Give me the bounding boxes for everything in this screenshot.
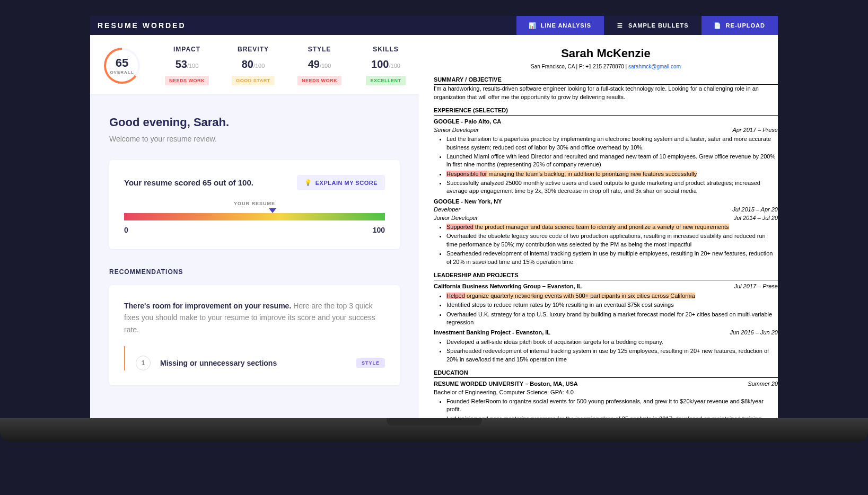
overall-score-label: OVERALL (110, 70, 134, 75)
greeting-title: Good evening, Sarah. (109, 116, 400, 129)
recommendation-item[interactable]: 1Missing or unnecessary sectionsSTYLE (124, 346, 385, 370)
gauge-marker-icon (269, 208, 276, 213)
overall-score-value: 65 (116, 56, 128, 70)
section-experience: EXPERIENCE (SELECTED) (434, 107, 778, 116)
nav-icon: 📄 (714, 22, 722, 29)
metric-impact[interactable]: IMPACT53/100NEEDS WORK (154, 43, 220, 87)
resume-preview[interactable]: Sarah McKenzie San Francisco, CA | P: +1… (419, 35, 778, 418)
greeting-subtitle: Welcome to your resume review. (109, 135, 400, 143)
resume-contact: San Francisco, CA | P: +1 215 2778870 | … (434, 63, 778, 70)
gauge-max: 100 (373, 226, 385, 234)
nav-tab-line-analysis[interactable]: 📊LINE ANALYSIS (516, 16, 604, 35)
metric-skills[interactable]: SKILLS100/100EXCELLENT (353, 43, 419, 87)
nav-icon: ☰ (617, 22, 624, 29)
metric-brevity[interactable]: BREVITY80/100GOOD START (220, 43, 286, 87)
summary-text: I'm a hardworking, results-driven softwa… (434, 85, 778, 101)
nav-tab-sample-bullets[interactable]: ☰SAMPLE BULLETS (604, 16, 702, 35)
section-education: EDUCATION (434, 369, 778, 378)
score-headline: Your resume scored 65 out of 100. (124, 178, 253, 187)
score-gauge (124, 213, 385, 220)
explain-score-button[interactable]: 💡 EXPLAIN MY SCORE (297, 175, 385, 190)
section-summary: SUMMARY / OBJECTIVE (434, 76, 778, 85)
nav-tab-re-upload[interactable]: 📄RE-UPLOAD (702, 16, 778, 35)
score-card: Your resume scored 65 out of 100. 💡 EXPL… (109, 160, 400, 249)
logo: RESUME WORDED (90, 21, 516, 30)
dashboard-panel: 65 OVERALL IMPACT53/100NEEDS WORKBREVITY… (90, 35, 419, 418)
nav-icon: 📊 (529, 22, 537, 29)
top-navbar: RESUME WORDED 📊LINE ANALYSIS☰SAMPLE BULL… (90, 16, 778, 35)
lightbulb-icon: 💡 (304, 179, 312, 186)
score-summary: 65 OVERALL IMPACT53/100NEEDS WORKBREVITY… (90, 35, 419, 94)
rec-lead-bold: There's room for improvement on your res… (124, 302, 291, 310)
resume-name: Sarah McKenzie (434, 46, 778, 62)
recommendations-card: There's room for improvement on your res… (109, 285, 400, 385)
gauge-min: 0 (124, 226, 128, 234)
metric-style[interactable]: STYLE49/100NEEDS WORK (286, 43, 353, 87)
gauge-label: YOUR RESUME (124, 201, 385, 206)
overall-score: 65 OVERALL (90, 43, 154, 87)
resume-email-link[interactable]: sarahmck@gmail.com (628, 64, 681, 69)
recommendations-title: RECOMMENDATIONS (90, 255, 419, 279)
section-leadership: LEADERSHIP AND PROJECTS (434, 271, 778, 280)
